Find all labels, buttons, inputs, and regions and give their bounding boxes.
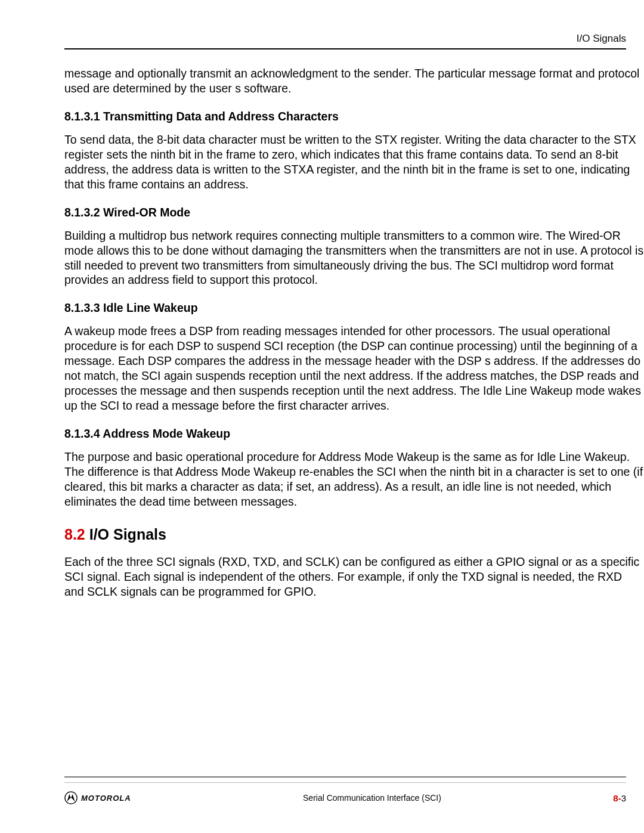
heading-8-2: 8.2 I/O Signals: [64, 525, 644, 544]
page-number: 8-3: [613, 793, 626, 803]
para-8-1-3-3: A wakeup mode frees a DSP from reading m…: [64, 324, 644, 413]
logo-text: MOTOROLA: [81, 794, 131, 803]
heading-8-1-3-2: 8.1.3.2 Wired-OR Mode: [64, 205, 644, 220]
header-rule: [64, 48, 626, 49]
running-header: I/O Signals: [0, 33, 644, 45]
heading-8-1-3-3: 8.1.3.3 Idle Line Wakeup: [64, 301, 644, 315]
page: I/O Signals message and optionally trans…: [0, 0, 644, 599]
intro-continuation-para: message and optionally transmit an ackno…: [64, 66, 644, 96]
section-number: 8.2: [64, 526, 85, 543]
para-8-1-3-2: Building a multidrop bus network require…: [64, 228, 644, 288]
footer: MOTOROLA Serial Communication Interface …: [64, 772, 626, 804]
para-8-2: Each of the three SCI signals (RXD, TXD,…: [64, 555, 644, 599]
heading-8-1-3-1: 8.1.3.1 Transmitting Data and Address Ch…: [64, 109, 644, 124]
motorola-logo-icon: [64, 791, 78, 804]
footer-rule-2: [64, 782, 626, 783]
footer-rule-1: [64, 776, 626, 778]
para-8-1-3-1: To send data, the 8-bit data character m…: [64, 132, 644, 192]
footer-center-text: Serial Communication Interface (SCI): [131, 793, 614, 803]
para-8-1-3-4: The purpose and basic operational proced…: [64, 450, 644, 509]
footer-row: MOTOROLA Serial Communication Interface …: [64, 791, 626, 804]
page-num-digit: 3: [621, 793, 626, 803]
page-chapter: 8-: [613, 793, 621, 803]
section-title: I/O Signals: [85, 526, 166, 543]
content-block: message and optionally transmit an ackno…: [64, 66, 644, 599]
motorola-logo: MOTOROLA: [64, 791, 131, 804]
heading-8-1-3-4: 8.1.3.4 Address Mode Wakeup: [64, 426, 644, 441]
